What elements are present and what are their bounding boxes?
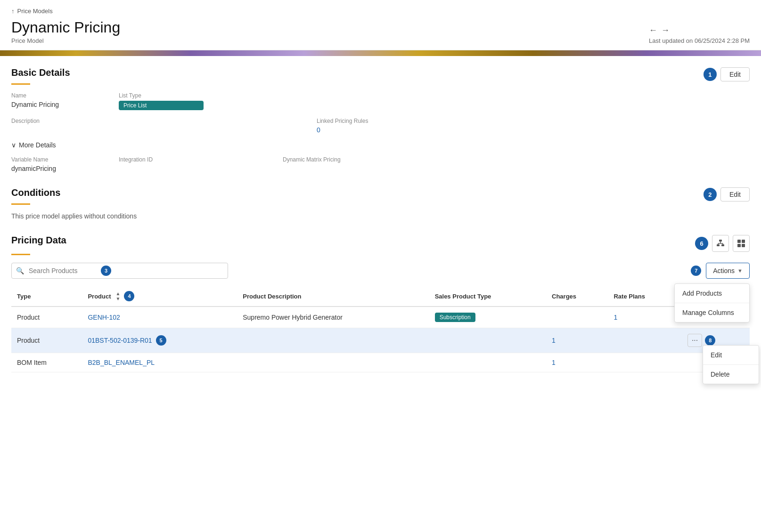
name-value: Dynamic Pricing (11, 101, 96, 108)
table-header: Type Product ▲▼ 4 (11, 286, 750, 306)
header-right: ← → Last updated on 06/25/2024 2:28 PM (649, 25, 750, 44)
field-dynamic-matrix: Dynamic Matrix Pricing (283, 156, 368, 172)
field-list-type: List Type Price List (119, 92, 204, 110)
search-step-badge: 3 (101, 266, 111, 276)
add-products-item[interactable]: Add Products (675, 284, 749, 303)
basic-details-row2: Description Linked Pricing Rules 0 (11, 118, 750, 134)
row-context-menu: Edit Delete (703, 345, 759, 384)
page-wrapper: ↑ Price Models Dynamic Pricing Price Mod… (0, 0, 761, 532)
last-updated: Last updated on 06/25/2024 2:28 PM (649, 37, 750, 44)
row3-charges: 1 (546, 353, 608, 372)
svg-rect-10 (742, 244, 745, 247)
row-delete-item[interactable]: Delete (703, 365, 759, 384)
step-badge-1: 1 (704, 68, 717, 81)
row3-description (237, 353, 429, 372)
actions-label: Actions (713, 267, 735, 274)
variable-name-value: dynamicPricing (11, 165, 96, 172)
conditions-underline (11, 203, 30, 205)
chevron-down-icon: ∨ (11, 141, 16, 149)
description-label: Description (11, 118, 294, 124)
step-badge-2: 2 (704, 188, 717, 201)
basic-details-underline (11, 83, 30, 85)
row-edit-item[interactable]: Edit (703, 346, 759, 364)
row2-description (237, 328, 429, 353)
row2-type: Product (11, 328, 82, 353)
search-input[interactable] (11, 263, 228, 279)
conditions-actions: 2 Edit (704, 187, 750, 202)
row2-rate-plans (608, 328, 681, 353)
more-details-toggle[interactable]: ∨ More Details (11, 141, 750, 149)
th-product: Product ▲▼ 4 (82, 286, 237, 306)
nav-forward-button[interactable]: → (661, 25, 670, 35)
search-container: 🔍 3 (11, 263, 228, 279)
row2-step-badge: 5 (156, 335, 166, 346)
grid-view-button[interactable] (733, 235, 750, 252)
row3-product-link[interactable]: B2B_BL_ENAMEL_PL (88, 359, 155, 366)
th-description: Product Description (237, 286, 429, 306)
row3-product: B2B_BL_ENAMEL_PL (82, 353, 237, 372)
back-nav[interactable]: ↑ Price Models (11, 8, 750, 15)
back-arrow-icon: ↑ (11, 8, 15, 15)
conditions-edit-button[interactable]: Edit (720, 187, 750, 202)
dynamic-matrix-label: Dynamic Matrix Pricing (283, 156, 368, 163)
row-action-button[interactable]: ··· (687, 334, 702, 347)
row1-type: Product (11, 306, 82, 328)
list-type-label: List Type (119, 92, 204, 99)
product-header-wrapper: Product ▲▼ 4 (88, 291, 134, 301)
manage-columns-item[interactable]: Manage Columns (675, 303, 749, 322)
product-step-badge: 4 (124, 291, 134, 301)
actions-button[interactable]: Actions ▼ (706, 263, 750, 279)
svg-rect-0 (719, 240, 722, 242)
table-row: Product GENH-102 Supremo Power Hybrid Ge… (11, 306, 750, 328)
search-icon: 🔍 (16, 267, 24, 274)
pricing-data-header: Pricing Data 6 (11, 235, 750, 252)
row3-type: BOM Item (11, 353, 82, 372)
field-description: Description (11, 118, 294, 134)
field-name: Name Dynamic Pricing (11, 92, 96, 110)
hierarchy-icon (716, 239, 725, 248)
pricing-data-section: Pricing Data 6 (11, 235, 750, 372)
row3-sales-type (429, 353, 546, 372)
more-details-label: More Details (19, 141, 56, 149)
chevron-down-icon: ▼ (737, 268, 743, 274)
table-container: Type Product ▲▼ 4 (11, 286, 750, 372)
field-linked-rules: Linked Pricing Rules 0 (317, 118, 401, 134)
page-subtitle: Price Model (11, 37, 120, 44)
basic-details-actions: 1 Edit (704, 67, 750, 81)
basic-details-title: Basic Details (11, 67, 70, 78)
row2-actions-cell: ··· 8 Edit Delete (682, 328, 750, 353)
actions-step-badge: 7 (691, 266, 701, 276)
actions-dropdown-menu: Add Products Manage Columns (674, 283, 750, 322)
row1-description: Supremo Power Hybrid Generator (237, 306, 429, 328)
row2-product-link[interactable]: 01BST-502-0139-R01 (88, 337, 152, 344)
row1-product-link[interactable]: GENH-102 (88, 314, 120, 321)
sort-arrows-icon: ▲▼ (116, 291, 121, 301)
variable-name-label: Variable Name (11, 156, 96, 163)
row2-product: 01BST-502-0139-R01 5 (82, 328, 237, 353)
basic-details-section: Basic Details 1 Edit Name Dynamic Pricin… (11, 67, 750, 172)
banner (0, 50, 761, 56)
hierarchy-view-button[interactable] (712, 235, 729, 252)
row2-sales-type (429, 328, 546, 353)
linked-rules-label: Linked Pricing Rules (317, 118, 401, 124)
conditions-section: Conditions 2 Edit This price model appli… (11, 187, 750, 220)
svg-rect-9 (737, 244, 741, 247)
nav-back-button[interactable]: ← (649, 25, 657, 35)
subscription-badge: Subscription (435, 313, 475, 322)
basic-details-edit-button[interactable]: Edit (720, 67, 750, 81)
row1-rate-plans: 1 (608, 306, 681, 328)
row1-sales-type: Subscription (429, 306, 546, 328)
pricing-data-title: Pricing Data (11, 235, 66, 246)
header-nav: ← → (649, 25, 670, 35)
header: ↑ Price Models Dynamic Pricing Price Mod… (0, 0, 761, 50)
row2-product-wrapper: 01BST-502-0139-R01 5 (88, 335, 166, 346)
title-block: Dynamic Pricing Price Model (11, 18, 120, 44)
basic-details-header: Basic Details 1 Edit (11, 67, 750, 81)
linked-rules-value: 0 (317, 126, 401, 134)
conditions-title: Conditions (11, 187, 60, 198)
actions-wrapper: 7 Actions ▼ Add Products Manage Columns (691, 263, 750, 279)
row2-charges: 1 (546, 328, 608, 353)
pricing-table: Type Product ▲▼ 4 (11, 286, 750, 372)
svg-rect-2 (721, 244, 724, 246)
th-rate-plans: Rate Plans (608, 286, 681, 306)
